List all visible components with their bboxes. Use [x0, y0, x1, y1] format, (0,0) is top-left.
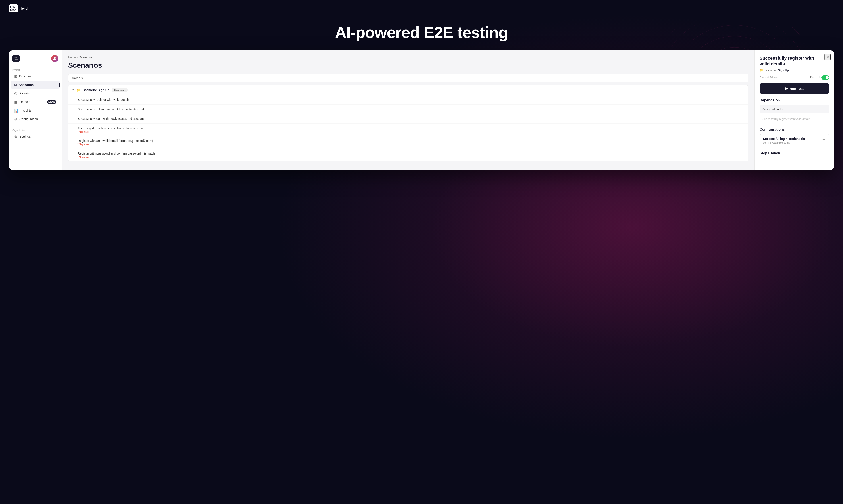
- logo-tech: tech: [21, 6, 29, 11]
- box-icon: ▣: [14, 100, 17, 104]
- logo: QAtech . tech: [9, 4, 29, 12]
- test-case-name: Successfully login with newly registered…: [78, 117, 744, 121]
- main-content: Home / Scenarios Scenarios Name ▾ ▼ 📁 Sc…: [62, 50, 755, 170]
- sidebar-logo: QAtech: [12, 55, 20, 62]
- test-case-row[interactable]: Successfully register with valid details: [68, 95, 748, 105]
- folder-icon: 📁: [77, 88, 81, 92]
- sidebar-item-label: Dashboard: [19, 74, 35, 78]
- depends-on-placeholder: Successfully register with valid details: [760, 115, 829, 123]
- defects-badge: 5 New: [47, 100, 56, 104]
- hero-headline: AI-powered E2E testing: [0, 23, 843, 41]
- filter-name-label: Name: [72, 76, 80, 80]
- sidebar-item-label: Configuration: [19, 118, 38, 121]
- sidebar-item-defects[interactable]: ▣ Defects 5 New: [11, 98, 60, 106]
- sidebar-item-configuration[interactable]: ⚙ Configuration: [11, 115, 60, 123]
- test-case-row[interactable]: Successfully login with newly registered…: [68, 114, 748, 124]
- toggle-switch[interactable]: [821, 75, 829, 80]
- grid-icon: ⊞: [14, 74, 17, 78]
- chevron-down-icon: ▾: [82, 76, 83, 80]
- sidebar-item-label: Results: [19, 91, 30, 95]
- circle-icon: ◎: [14, 91, 17, 95]
- steps-section: Steps Taken: [760, 151, 829, 155]
- enabled-label: Enabled: [810, 76, 820, 79]
- test-case-name: Successfully register with valid details: [78, 98, 744, 102]
- configurations-title: Configurations: [760, 128, 829, 131]
- logo-dot: .: [19, 6, 20, 11]
- panel-title: Successfully register with valid details: [760, 55, 829, 67]
- sidebar-org-label: Organization: [9, 127, 62, 132]
- test-case-row[interactable]: Successfully activate account from activ…: [68, 105, 748, 114]
- scenario-name: Sign Up: [98, 88, 109, 92]
- sidebar-item-scenarios[interactable]: ⧉ Scenarios: [11, 81, 60, 89]
- user-avatar[interactable]: [51, 55, 58, 62]
- run-test-label: Run Test: [790, 87, 804, 90]
- test-case-name: Try to register with an email that's alr…: [78, 126, 144, 130]
- sidebar-item-settings[interactable]: ⚙ Settings: [11, 133, 60, 141]
- test-case-name: Register with an invalid email format (e…: [78, 139, 153, 143]
- hero-section: AI-powered E2E testing: [0, 17, 843, 50]
- depends-on-title: Depends on: [760, 98, 829, 102]
- svg-point-7: [54, 57, 55, 59]
- breadcrumb-current: Scenarios: [79, 56, 92, 59]
- sidebar-item-label: Defects: [20, 100, 30, 104]
- layers-icon: ⧉: [14, 83, 17, 87]
- scenario-group: ▼ 📁 Scenario: Sign Up 8 test cases Succe…: [68, 85, 748, 161]
- config-details: admin@example.com / ············: [763, 141, 805, 144]
- gear-icon: ⚙: [14, 134, 17, 139]
- panel-scenario-name: Sign Up: [778, 69, 789, 72]
- scenario-group-header[interactable]: ▼ 📁 Scenario: Sign Up 8 test cases: [68, 85, 748, 95]
- breadcrumb: Home / Scenarios: [68, 56, 748, 59]
- scenario-label-text: Scenario:: [764, 69, 777, 72]
- test-case-row[interactable]: Register with an invalid email format (e…: [68, 136, 748, 149]
- chevron-down-icon: ▼: [72, 88, 74, 91]
- run-test-button[interactable]: ▶ Run Test: [760, 83, 829, 93]
- config-name: Successful login credentials: [763, 137, 805, 141]
- breadcrumb-separator: /: [77, 56, 78, 59]
- page-title: Scenarios: [68, 61, 748, 69]
- negative-tag: Negative: [78, 143, 153, 146]
- sidebar-item-label: Scenarios: [19, 83, 34, 87]
- test-case-row[interactable]: Try to register with an email that's alr…: [68, 124, 748, 136]
- depends-on-tag: Accept all cookies: [760, 105, 829, 113]
- play-icon: ▶: [785, 86, 788, 90]
- sidebar-item-insights[interactable]: 📊 Insights: [11, 107, 60, 115]
- top-bar: QAtech . tech: [0, 0, 843, 17]
- folder-icon: 📁: [760, 69, 763, 72]
- sidebar-item-results[interactable]: ◎ Results: [11, 89, 60, 97]
- panel-meta-row: Created 2d ago Enabled: [760, 75, 829, 80]
- scenario-label: Scenario: Sign Up: [83, 88, 109, 92]
- config-menu-button[interactable]: •••: [821, 137, 826, 142]
- test-case-row[interactable]: Register with password and confirm passw…: [68, 149, 748, 161]
- panel-scenario-tag: 📁 Scenario: Sign Up: [760, 69, 829, 72]
- chart-icon: 📊: [14, 109, 19, 113]
- test-case-name: Successfully activate account from activ…: [78, 107, 744, 111]
- sidebar-item-dashboard[interactable]: ⊞ Dashboard: [11, 72, 60, 80]
- sidebar-item-label: Settings: [19, 135, 31, 138]
- negative-tag: Negative: [78, 130, 144, 133]
- created-ago: Created 2d ago: [760, 76, 778, 79]
- sidebar-header: QAtech: [9, 55, 62, 67]
- config-row: Successful login credentials admin@examp…: [760, 134, 829, 147]
- app-window: QAtech Project ⊞ Dashboard ⧉ Scenarios ◎…: [9, 50, 834, 170]
- sliders-icon: ⚙: [14, 117, 17, 121]
- breadcrumb-home[interactable]: Home: [68, 56, 76, 59]
- test-case-name: Register with password and confirm passw…: [78, 152, 155, 155]
- filter-bar[interactable]: Name ▾: [68, 74, 748, 82]
- right-panel: ✕ Successfully register with valid detai…: [755, 50, 834, 170]
- sidebar-item-label: Insights: [21, 109, 31, 112]
- close-button[interactable]: ✕: [824, 54, 831, 60]
- enabled-toggle[interactable]: Enabled: [810, 75, 829, 80]
- negative-tag: Negative: [78, 156, 155, 158]
- test-count-badge: 8 test cases: [111, 88, 128, 92]
- logo-box: QAtech: [9, 4, 18, 12]
- sidebar-project-label: Project: [9, 67, 62, 72]
- sidebar: QAtech Project ⊞ Dashboard ⧉ Scenarios ◎…: [9, 50, 62, 170]
- steps-taken-title: Steps Taken: [760, 151, 829, 155]
